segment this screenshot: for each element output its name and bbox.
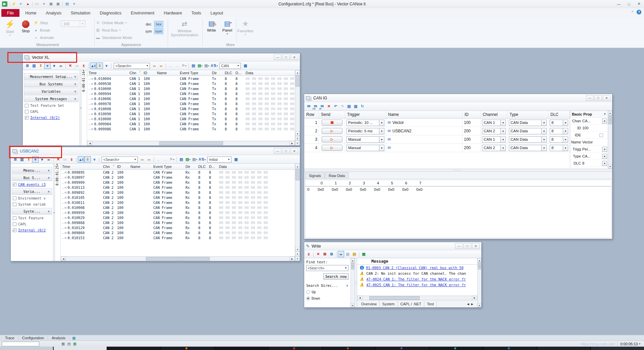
taskbar-window-button[interactable]: [322, 347, 375, 350]
minimize-button[interactable]: —: [274, 148, 281, 154]
stop-button[interactable]: Stop: [18, 17, 34, 43]
tab[interactable]: Signals: [305, 172, 325, 179]
sidebar-filter-item[interactable]: Environment v: [11, 195, 53, 201]
trace-row[interactable]: 0.010011 CAN 2 100 CAN Frame Rx 8 8 00 0…: [61, 200, 295, 205]
type-select[interactable]: CAN Data▼: [509, 145, 547, 151]
trace-row[interactable]: 0.010006 CAN 1 100 CAN Frame Tx 8 8 00 0…: [87, 96, 295, 101]
sidebar-filter-item[interactable]: Internal (0/2: [11, 227, 53, 233]
close-button[interactable]: ✕: [290, 54, 298, 60]
autoscroll-toggle-icon[interactable]: [295, 141, 300, 145]
statistics-icon[interactable]: ▥: [31, 62, 37, 69]
column-header[interactable]: Chn: [102, 164, 116, 169]
tab[interactable]: Raw Data: [325, 172, 348, 179]
column-header[interactable]: Data: [244, 70, 295, 76]
find-prev-icon[interactable]: ∞: [139, 156, 146, 163]
column-header[interactable]: Type: [507, 111, 548, 118]
trace-row[interactable]: 0.009895 CAN 2 100 CAN Frame Rx 8 8 00 0…: [61, 170, 295, 175]
taskbar-window-button[interactable]: [215, 347, 268, 350]
options-icon[interactable]: ▤: [64, 1, 70, 7]
maximize-button[interactable]: □: [282, 148, 290, 154]
checkbox[interactable]: [13, 203, 16, 206]
back-icon[interactable]: ←: [167, 62, 174, 69]
dlc-select[interactable]: 8▼: [550, 136, 568, 143]
close-button[interactable]: ✕: [472, 243, 480, 249]
maximize-button[interactable]: □: [624, 0, 634, 8]
trace-config-icon[interactable]: ≣: [24, 62, 31, 69]
break-button[interactable]: ●Break: [34, 27, 61, 33]
workspace-tab[interactable]: Configuration: [18, 336, 48, 340]
column-chooser-icon[interactable]: ▦: [242, 62, 249, 69]
sidebar-filter-item[interactable]: CAPL: [23, 108, 79, 115]
start-button[interactable]: ⚡ Start ▾: [2, 17, 18, 43]
new-message-icon[interactable]: ✉: [306, 103, 312, 110]
statistics-icon[interactable]: ▥: [19, 156, 25, 163]
column-header[interactable]: Data: [218, 164, 295, 169]
page-icon[interactable]: ▤: [67, 342, 70, 346]
sidebar-section-header[interactable]: Measurement Setup...: [24, 73, 78, 80]
horizontal-scrollbar[interactable]: ◀ ▶: [87, 141, 295, 145]
usbcan2-title-bar[interactable]: USBCAN2 — □ ✕: [11, 147, 300, 155]
trace-row[interactable]: 0.010113 CAN 2 100 CAN Frame Rx 8 8 00 0…: [61, 185, 295, 190]
properties-scrollbar[interactable]: ▲ ▼: [608, 111, 612, 169]
clear-icon[interactable]: ✕: [55, 156, 61, 163]
scrollbar-thumb[interactable]: [146, 257, 210, 261]
property-row[interactable]: DLC 8 ▼: [570, 160, 608, 167]
scroll-up-icon[interactable]: ▲: [478, 258, 481, 262]
trace-config-icon[interactable]: ≣: [12, 156, 18, 163]
signal-generator-icon[interactable]: ▥: [353, 103, 359, 110]
tab[interactable]: Test: [424, 301, 437, 307]
log-message[interactable]: CAN 2: No init access for CAN channel. T…: [357, 270, 477, 276]
scroll-down-icon[interactable]: ▼: [478, 303, 481, 307]
bookmark-icon[interactable]: ⚑▾: [181, 62, 187, 69]
message-column-header[interactable]: Message: [357, 258, 477, 265]
animation-speed-select[interactable]: 100 ▼: [61, 20, 85, 27]
scrollbar-thumb[interactable]: [351, 263, 354, 269]
sidebar-section-header[interactable]: System Messages: [24, 95, 78, 102]
log-to-file-icon[interactable]: ▤: [351, 251, 358, 257]
jump-to-end-icon[interactable]: [295, 136, 300, 141]
find-next-icon[interactable]: ∞: [158, 62, 164, 69]
byte-value-cell[interactable]: 0x0: [399, 186, 413, 193]
scroll-left-icon[interactable]: ◀: [61, 257, 66, 261]
send-button[interactable]: [322, 136, 342, 142]
scroll-down-icon[interactable]: ▼: [351, 303, 355, 307]
taskbar-window-button[interactable]: [0, 347, 53, 350]
taskbar-window-button[interactable]: [537, 347, 590, 350]
trace-row[interactable]: 0.010000 CAN 1 100 CAN Frame Tx 8 8 00 0…: [87, 86, 295, 91]
forward-icon[interactable]: →: [162, 156, 168, 163]
time-mode-icon[interactable]: ▲t: [90, 62, 96, 69]
column-header[interactable]: Trigger: [345, 111, 386, 118]
property-row[interactable]: Chan CA... ▼: [570, 118, 608, 125]
search-combobox[interactable]: <Search>▼: [102, 157, 138, 163]
property-row[interactable]: Name Vector: [570, 139, 608, 146]
measurement-timer[interactable]: 0:00:05:13▾: [617, 342, 642, 346]
vector-xl-title-bar[interactable]: Vector XL — □ ✕: [23, 53, 300, 61]
new-canfd-message-icon[interactable]: ✉FD: [312, 103, 319, 110]
log-message[interactable]: 01-0003 CAN 2 (Classical CAN) real bus w…: [357, 265, 477, 270]
raw-data-row[interactable]: 0 0x0 0x0 0x0 0x0 0x0 0x0 0x0: [305, 186, 611, 193]
trace-row[interactable]: 0.009950 CAN 2 100 CAN Frame Rx 8 8 00 0…: [61, 210, 295, 215]
column-header[interactable]: DLC: [223, 70, 234, 76]
trace-row[interactable]: 0.009984 CAN 1 100 CAN Frame Tx 8 8 00 0…: [87, 121, 295, 126]
ribbon-tab[interactable]: Simulation: [66, 9, 95, 17]
clear-disabled-icon[interactable]: ▭: [62, 156, 68, 163]
autoscroll-icon[interactable]: ⇓: [85, 156, 91, 163]
taskbar-window-button[interactable]: [376, 347, 429, 350]
sidebar-filter-item[interactable]: System variab: [11, 201, 53, 207]
search-direction-header[interactable]: Search Direc...: [306, 283, 348, 288]
scroll-right-icon[interactable]: ▶: [472, 296, 477, 300]
trace-row[interactable]: 0.010004 CAN 1 100 CAN Frame Tx 8 8 00 0…: [87, 76, 295, 81]
trigger-select[interactable]: Periodic: 5 ms▼: [346, 128, 384, 134]
scrollbar-thumb[interactable]: [159, 141, 223, 145]
clear-disabled-icon[interactable]: ▭: [74, 62, 80, 69]
find-icon[interactable]: ∞: [338, 251, 344, 257]
column-header[interactable]: Time: [61, 164, 102, 169]
checkbox[interactable]: [13, 222, 16, 226]
log-message[interactable]: 47-0025 CAN 1: The filter for the NACK e…: [357, 282, 477, 288]
online-mode-button[interactable]: ⊙Online Mode▾: [96, 20, 141, 26]
tab[interactable]: Overview: [359, 301, 380, 307]
clear-icon[interactable]: ✕: [315, 251, 321, 257]
column-header[interactable]: Dir: [184, 164, 197, 169]
scrollbar-thumb[interactable]: [296, 75, 300, 87]
scrollbar-thumb[interactable]: [296, 169, 300, 180]
